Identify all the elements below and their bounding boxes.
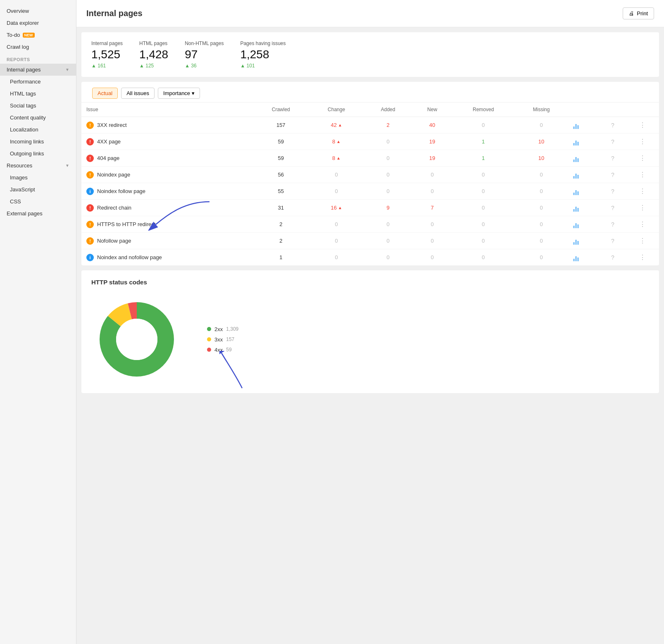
- change-val: 0: [309, 183, 364, 200]
- issue-icon: i: [86, 188, 94, 195]
- bar-chart-cell[interactable]: [568, 167, 600, 183]
- sidebar-item-html-tags[interactable]: HTML tags: [0, 88, 76, 100]
- sidebar-item-label: Overview: [7, 8, 29, 14]
- help-cell[interactable]: ?: [600, 216, 626, 233]
- http-status-section: HTTP status codes 2xx 1,309 3xx 157 4xx …: [81, 270, 659, 393]
- more-icon[interactable]: ⋮: [639, 254, 646, 261]
- table-row[interactable]: i Noindex and nofollow page 1 0 0 0 0 0 …: [81, 249, 659, 266]
- more-cell[interactable]: ⋮: [626, 183, 659, 200]
- table-row[interactable]: ! 4XX page 59 8 ▲ 0 19 1 10 ? ⋮: [81, 134, 659, 150]
- more-cell[interactable]: ⋮: [626, 150, 659, 167]
- removed-val: 0: [452, 167, 514, 183]
- added-val: 0: [364, 249, 412, 266]
- help-cell[interactable]: ?: [600, 183, 626, 200]
- sidebar-item-data-explorer[interactable]: Data explorer: [0, 17, 76, 29]
- help-cell[interactable]: ?: [600, 117, 626, 134]
- table-row[interactable]: ! 404 page 59 8 ▲ 0 19 1 10 ? ⋮: [81, 150, 659, 167]
- sidebar-item-css[interactable]: CSS: [0, 196, 76, 208]
- help-icon[interactable]: ?: [611, 254, 614, 261]
- more-icon[interactable]: ⋮: [639, 188, 646, 195]
- sidebar-item-overview[interactable]: Overview: [0, 5, 76, 17]
- sidebar-item-performance[interactable]: Performance: [0, 76, 76, 88]
- issue-cell: ! 404 page: [81, 150, 253, 167]
- actual-button[interactable]: Actual: [92, 88, 118, 99]
- issue-cell: ! HTTPS to HTTP redirect: [81, 216, 253, 233]
- col-removed: Removed: [452, 103, 514, 117]
- missing-val: 10: [514, 134, 568, 150]
- more-cell[interactable]: ⋮: [626, 200, 659, 216]
- help-icon[interactable]: ?: [611, 221, 614, 228]
- help-cell[interactable]: ?: [600, 249, 626, 266]
- crawled-val: 59: [253, 150, 309, 167]
- all-issues-button[interactable]: All issues: [121, 88, 155, 99]
- sidebar-item-images[interactable]: Images: [0, 172, 76, 184]
- more-icon[interactable]: ⋮: [639, 221, 646, 228]
- help-cell[interactable]: ?: [600, 134, 626, 150]
- table-row[interactable]: ! HTTPS to HTTP redirect 2 0 0 0 0 0 ? ⋮: [81, 216, 659, 233]
- bar-chart-cell[interactable]: [568, 216, 600, 233]
- more-cell[interactable]: ⋮: [626, 134, 659, 150]
- help-cell[interactable]: ?: [600, 200, 626, 216]
- more-icon[interactable]: ⋮: [639, 155, 646, 162]
- more-icon[interactable]: ⋮: [639, 122, 646, 129]
- bar-chart-cell[interactable]: [568, 150, 600, 167]
- help-cell[interactable]: ?: [600, 167, 626, 183]
- sidebar-item-label: External pages: [7, 210, 43, 217]
- sidebar-item-internal-pages[interactable]: Internal pages▼: [0, 64, 76, 76]
- print-button[interactable]: 🖨 Print: [623, 7, 654, 19]
- legend-item-3xx: 3xx 157: [207, 336, 238, 343]
- help-icon[interactable]: ?: [611, 138, 614, 145]
- table-row[interactable]: ! 3XX redirect 157 42 ▲ 2 40 0 0 ? ⋮: [81, 117, 659, 134]
- filter-row: Actual All issues Importance ▾: [92, 88, 648, 99]
- more-cell[interactable]: ⋮: [626, 249, 659, 266]
- more-cell[interactable]: ⋮: [626, 233, 659, 249]
- help-icon[interactable]: ?: [611, 172, 614, 178]
- issue-name: Noindex follow page: [97, 188, 145, 194]
- bar-chart-cell[interactable]: [568, 117, 600, 134]
- sidebar-item-incoming-links[interactable]: Incoming links: [0, 136, 76, 148]
- sidebar-item-to-do[interactable]: To-doNEW: [0, 29, 76, 41]
- sidebar-item-outgoing-links[interactable]: Outgoing links: [0, 148, 76, 160]
- missing-val: 0: [514, 167, 568, 183]
- sidebar-item-crawl-log[interactable]: Crawl log: [0, 41, 76, 53]
- donut-svg: [91, 294, 182, 385]
- bar-chart-cell[interactable]: [568, 200, 600, 216]
- bar-chart-cell[interactable]: [568, 233, 600, 249]
- importance-button[interactable]: Importance ▾: [158, 88, 200, 99]
- more-icon[interactable]: ⋮: [639, 171, 646, 178]
- legend-label: 4xx: [214, 347, 223, 353]
- missing-val: 10: [514, 150, 568, 167]
- legend-value: 157: [226, 336, 234, 342]
- table-row[interactable]: ! Redirect chain 31 16 ▲ 9 7 0 0 ? ⋮: [81, 200, 659, 216]
- sidebar-item-label: Internal pages: [7, 67, 40, 73]
- more-icon[interactable]: ⋮: [639, 237, 646, 244]
- sidebar-item-social-tags[interactable]: Social tags: [0, 100, 76, 112]
- help-icon[interactable]: ?: [611, 155, 614, 162]
- sidebar-item-javascript[interactable]: JavaScript: [0, 184, 76, 196]
- table-row[interactable]: i Noindex follow page 55 0 0 0 0 0 ? ⋮: [81, 183, 659, 200]
- bar-chart-cell[interactable]: [568, 183, 600, 200]
- help-icon[interactable]: ?: [611, 205, 614, 211]
- help-icon[interactable]: ?: [611, 188, 614, 195]
- removed-val: 0: [452, 233, 514, 249]
- help-cell[interactable]: ?: [600, 150, 626, 167]
- table-row[interactable]: ! Noindex page 56 0 0 0 0 0 ? ⋮: [81, 167, 659, 183]
- bar-chart-cell[interactable]: [568, 249, 600, 266]
- more-cell[interactable]: ⋮: [626, 216, 659, 233]
- more-cell[interactable]: ⋮: [626, 167, 659, 183]
- more-icon[interactable]: ⋮: [639, 204, 646, 211]
- help-icon[interactable]: ?: [611, 238, 614, 244]
- more-cell[interactable]: ⋮: [626, 117, 659, 134]
- table-row[interactable]: ! Nofollow page 2 0 0 0 0 0 ? ⋮: [81, 233, 659, 249]
- help-icon[interactable]: ?: [611, 122, 614, 129]
- help-cell[interactable]: ?: [600, 233, 626, 249]
- bar-chart-cell[interactable]: [568, 134, 600, 150]
- issue-icon: !: [86, 204, 94, 212]
- stat-value: 1,428: [139, 48, 168, 61]
- sidebar-item-external-pages[interactable]: External pages: [0, 208, 76, 219]
- sidebar-item-localization[interactable]: Localization: [0, 124, 76, 136]
- sidebar-item-content-quality[interactable]: Content quality: [0, 112, 76, 124]
- more-icon[interactable]: ⋮: [639, 138, 646, 145]
- change-val: 0: [309, 249, 364, 266]
- sidebar-item-resources[interactable]: Resources▼: [0, 160, 76, 172]
